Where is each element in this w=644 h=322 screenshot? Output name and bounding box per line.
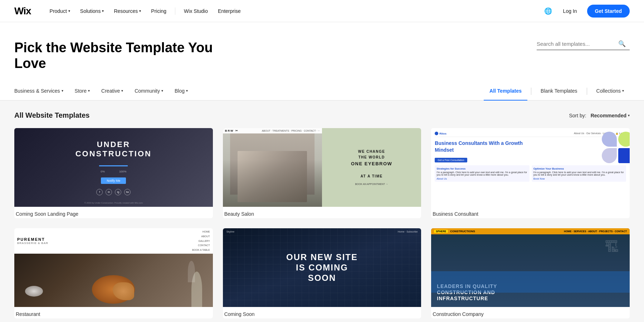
nav-right: 🌐 Log In Get Started (543, 5, 630, 18)
hero-section: Pick the Website Template You Love 🔍 (0, 22, 644, 82)
section-title: All Website Templates (14, 111, 89, 119)
resources-chevron-icon: ▾ (139, 9, 141, 13)
cat-store[interactable]: Store ▾ (69, 82, 96, 101)
construction2-preview: SPHERE CONSTRUCTIONS HOME · SERVICES · A… (431, 228, 630, 307)
sort-by-label: Sort by: (569, 113, 586, 118)
product-chevron-icon: ▾ (68, 9, 70, 13)
sort-chevron-icon: ▾ (628, 113, 630, 117)
section-header: All Website Templates Sort by: Recommend… (14, 111, 630, 119)
navbar: Wix Product ▾ Solutions ▾ Resources ▾ Pr… (0, 0, 644, 22)
cat-divider (531, 88, 531, 95)
template-thumbnail: UNDERCONSTRUCTION 0% 100% Notify Me f in… (14, 128, 213, 207)
template-name: Coming Soon (223, 307, 421, 318)
store-chevron-icon: ▾ (88, 89, 90, 93)
template-thumbnail: PUREMENT BRASSERIE & BAR HOMEABOUTGALLER… (14, 228, 213, 307)
hero-title: Pick the Website Template You Love (14, 40, 229, 71)
nav-pricing[interactable]: Pricing (147, 6, 171, 16)
template-name: Construction Company (431, 307, 630, 318)
search-icon[interactable]: 🔍 (618, 40, 626, 48)
comingsoon-preview: Skyline Home · Subscribe OUR NEW SITEIS … (223, 228, 421, 307)
template-card[interactable]: SPHERE CONSTRUCTIONS HOME · SERVICES · A… (431, 228, 630, 318)
cat-blog[interactable]: Blog ▾ (169, 82, 194, 101)
template-name: Beauty Salon (223, 207, 421, 218)
get-started-button[interactable]: Get Started (587, 5, 630, 18)
template-thumbnail: Skyline Home · Subscribe OUR NEW SITEIS … (223, 228, 421, 307)
template-card[interactable]: BRW ✂ ABOUT · TREATMENTS · PRICING · CON… (223, 128, 421, 218)
template-name: Business Consultant (431, 207, 630, 218)
login-button[interactable]: Log In (559, 6, 581, 16)
nav-links: Product ▾ Solutions ▾ Resources ▾ Pricin… (45, 6, 543, 16)
business-preview: Riios About Us · Our Services · Let's Ta… (431, 128, 630, 207)
template-grid: UNDERCONSTRUCTION 0% 100% Notify Me f in… (14, 128, 630, 318)
business-chevron-icon: ▾ (62, 89, 63, 93)
cat-divider2 (587, 88, 587, 95)
cat-creative[interactable]: Creative ▾ (96, 82, 129, 101)
cat-business-services[interactable]: Business & Services ▾ (14, 82, 69, 101)
creative-chevron-icon: ▾ (121, 89, 123, 93)
template-thumbnail: SPHERE CONSTRUCTIONS HOME · SERVICES · A… (431, 228, 630, 307)
restaurant-preview: PUREMENT BRASSERIE & BAR HOMEABOUTGALLER… (14, 228, 213, 307)
cat-all-templates[interactable]: All Templates (484, 82, 527, 101)
brand-logo[interactable]: Wix (14, 5, 31, 17)
cat-right: All Templates Blank Templates Collection… (484, 82, 630, 101)
search-input[interactable] (537, 41, 615, 47)
nav-wix-studio[interactable]: Wix Studio (180, 6, 212, 16)
template-name: Coming Soon Landing Page (14, 207, 213, 218)
template-name: Restaurant (14, 307, 213, 318)
nav-resources[interactable]: Resources ▾ (109, 6, 145, 16)
construction-preview: UNDERCONSTRUCTION 0% 100% Notify Me f in… (14, 128, 213, 207)
sort-value: Recommended (591, 113, 626, 118)
beauty-preview: BRW ✂ ABOUT · TREATMENTS · PRICING · CON… (223, 128, 421, 207)
template-card[interactable]: Riios About Us · Our Services · Let's Ta… (431, 128, 630, 218)
nav-enterprise[interactable]: Enterprise (214, 6, 245, 16)
cat-community[interactable]: Community ▾ (129, 82, 169, 101)
nav-divider (175, 8, 175, 15)
globe-icon[interactable]: 🌐 (543, 6, 553, 16)
category-nav: Business & Services ▾ Store ▾ Creative ▾… (0, 82, 644, 101)
cat-blank-templates[interactable]: Blank Templates (535, 82, 583, 101)
cat-collections[interactable]: Collections ▾ (591, 82, 630, 101)
search-box: 🔍 (537, 40, 630, 50)
cat-left: Business & Services ▾ Store ▾ Creative ▾… (14, 82, 484, 101)
template-card[interactable]: UNDERCONSTRUCTION 0% 100% Notify Me f in… (14, 128, 213, 218)
nav-product[interactable]: Product ▾ (45, 6, 74, 16)
main-content: All Website Templates Sort by: Recommend… (0, 101, 644, 322)
nav-solutions[interactable]: Solutions ▾ (76, 6, 108, 16)
sort-dropdown[interactable]: Sort by: Recommended ▾ (569, 113, 630, 118)
template-thumbnail: Riios About Us · Our Services · Let's Ta… (431, 128, 630, 207)
template-card[interactable]: PUREMENT BRASSERIE & BAR HOMEABOUTGALLER… (14, 228, 213, 318)
solutions-chevron-icon: ▾ (102, 9, 104, 13)
template-thumbnail: BRW ✂ ABOUT · TREATMENTS · PRICING · CON… (223, 128, 421, 207)
template-card[interactable]: Skyline Home · Subscribe OUR NEW SITEIS … (223, 228, 421, 318)
collections-chevron-icon: ▾ (622, 89, 624, 93)
blog-chevron-icon: ▾ (186, 89, 188, 93)
community-chevron-icon: ▾ (161, 89, 163, 93)
